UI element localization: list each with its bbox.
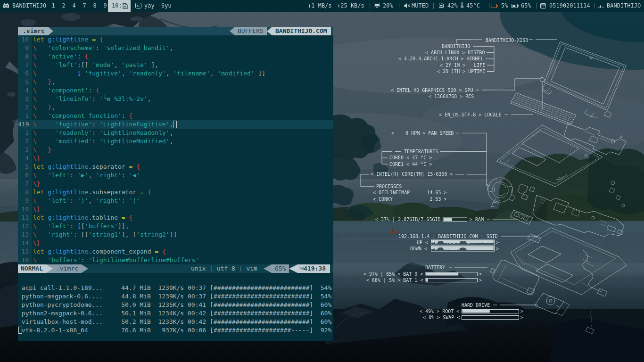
vim-line-3: 8\ 'active': { — [18, 52, 333, 61]
powerline-arrow — [264, 264, 272, 273]
vim-terminal-window[interactable]: .vimrc BUFFERS BANDITHIJO.COM 10let g:li… — [18, 27, 333, 273]
statusline-fileformat: unix — [191, 265, 206, 272]
workspace-2[interactable]: 2 — [62, 0, 66, 12]
vim-line-code: \ 'lineinfo': '└ɴ %3l:%-2v', — [33, 95, 151, 103]
workspace-1[interactable]: 1 — [52, 0, 55, 12]
vim-line-code: \ 'left': '▶', 'right': '◀' — [33, 171, 140, 180]
vim-token — [125, 172, 129, 179]
vim-line-code: \ 'colorscheme': 'solarized_bandit', — [33, 44, 173, 52]
temperature-value: 45°C — [466, 0, 480, 12]
wifi-signal-icon — [598, 0, 604, 12]
temperature-icon-svg — [460, 2, 464, 8]
vim-token: 'right' — [48, 231, 74, 238]
workspace-active[interactable]: 10: — [108, 0, 131, 12]
workspace-4[interactable]: 4 — [73, 0, 76, 12]
vim-line-16: 5let g:lightline.separator = { — [18, 163, 333, 171]
vim-line-number: 16 — [18, 256, 29, 264]
vim-token: : — [122, 172, 125, 179]
vim-token: : — [77, 53, 81, 60]
vim-token: 'left' — [48, 222, 70, 230]
vim-token: g:lightline — [48, 36, 88, 43]
vim-token: '◀' — [129, 172, 140, 179]
datetime-value: 051902011114 — [549, 0, 590, 12]
vim-token — [125, 70, 129, 77]
workspace-active-svg — [123, 3, 128, 9]
vim-buffer[interactable]: 10let g:lightline = {9\ 'colorscheme': '… — [18, 35, 333, 264]
battery0-value: 5% — [501, 0, 508, 12]
vim-token: , — [148, 95, 151, 102]
vim-token: 'string2' — [136, 231, 169, 238]
vim-token: '⟨' — [129, 197, 140, 204]
vim-line-code: \ [ 'fugitive', 'readonly', 'filename', … — [33, 69, 265, 78]
pacman-terminal-window[interactable]: acpi_call-1.1.0-189... 44.7 MiB 1239K/s … — [18, 273, 333, 341]
vim-line-8: 3\ 'lineinfo': '└ɴ %3l:%-2v', — [18, 95, 333, 103]
vim-token — [255, 70, 258, 77]
vim-line-code: \ 'fugitive': 'LightlineFugitive', — [33, 120, 173, 129]
conky-bar-swap — [462, 316, 519, 320]
launcher-icon[interactable] — [3, 0, 9, 12]
vim-token: , — [114, 61, 118, 68]
vim-token: '▶' — [77, 172, 88, 179]
vim-line-code: \ 'right': [['string1'], ['string2']] — [33, 230, 177, 239]
conky-bar-fill-root — [462, 310, 490, 313]
vim-token — [96, 129, 99, 136]
vim-token: : — [92, 138, 96, 145]
brightness-value: 20% — [383, 0, 393, 12]
vim-token — [37, 222, 48, 230]
bar-separator: | — [397, 0, 401, 12]
vim-token — [81, 70, 85, 77]
bar-separator: | — [593, 0, 596, 12]
vim-line-number: 6 — [18, 69, 29, 78]
vim-statusline-position: 419:38 — [304, 264, 326, 273]
vim-token: separator — [92, 163, 125, 170]
vim-token: , — [122, 70, 125, 77]
vim-line-number: 419 — [18, 120, 29, 129]
vim-token: { — [162, 248, 166, 255]
vim-token: } — [48, 78, 51, 85]
vim-token: 'left' — [48, 172, 70, 179]
window-title: yay -Syu — [144, 0, 172, 12]
vim-token: 'readonly' — [55, 129, 92, 136]
vim-token — [37, 146, 48, 153]
vim-token: \ — [33, 70, 37, 77]
vim-token: \ — [33, 197, 37, 204]
vim-token: : — [70, 172, 74, 179]
vim-token: \} — [33, 206, 41, 213]
powerline-arrow — [48, 27, 53, 35]
vim-line-number: 9 — [18, 197, 29, 205]
vim-token: : — [122, 112, 125, 119]
vim-token: { — [96, 87, 99, 94]
vim-token: ]], — [118, 222, 129, 230]
download-row-3: python-pycryptodome... 50.0 MiB 1235K/s … — [18, 301, 331, 309]
workspace-7[interactable]: 7 — [83, 0, 86, 12]
battery0-icon — [491, 0, 498, 12]
vim-token: tabline — [92, 214, 118, 221]
vim-token: 'left' — [48, 197, 70, 204]
vim-tabline-buffers-label[interactable]: BUFFERS — [234, 27, 267, 35]
vim-line-number: 11 — [18, 214, 29, 222]
conky-bar-fill-ram — [444, 218, 452, 221]
vim-line-code: \ }, — [33, 78, 55, 86]
vim-line-23: 12\ 'left': [['buffers']], — [18, 222, 333, 230]
vim-token: , — [51, 104, 55, 111]
vim-statusline-percent: 65% — [275, 264, 286, 273]
vim-token: 'LightlineReadonly' — [99, 129, 170, 136]
workspace-8[interactable]: 8 — [93, 0, 97, 12]
vim-token — [74, 197, 77, 204]
vim-tabline-active-buffer[interactable]: BANDITHIJO.COM — [272, 27, 331, 35]
memory-icon-svg — [438, 3, 444, 8]
vim-line-code: let g:lightline.component_expand = { — [33, 247, 166, 256]
vim-cursor — [173, 121, 177, 128]
temperature-icon — [460, 0, 464, 12]
vim-token: \ — [33, 172, 37, 179]
vim-tab-vimrc[interactable]: .vimrc — [18, 27, 48, 35]
vim-token: { — [129, 112, 133, 119]
vim-token: let — [33, 214, 44, 221]
vim-token: { — [129, 214, 133, 221]
vim-token: 'modified' — [55, 138, 92, 145]
workspace-9[interactable]: 9 — [104, 0, 107, 12]
vim-token: : — [70, 197, 74, 204]
vim-token: \} — [33, 155, 41, 162]
vim-token: 'colorscheme' — [48, 44, 96, 51]
vim-token — [96, 121, 99, 128]
